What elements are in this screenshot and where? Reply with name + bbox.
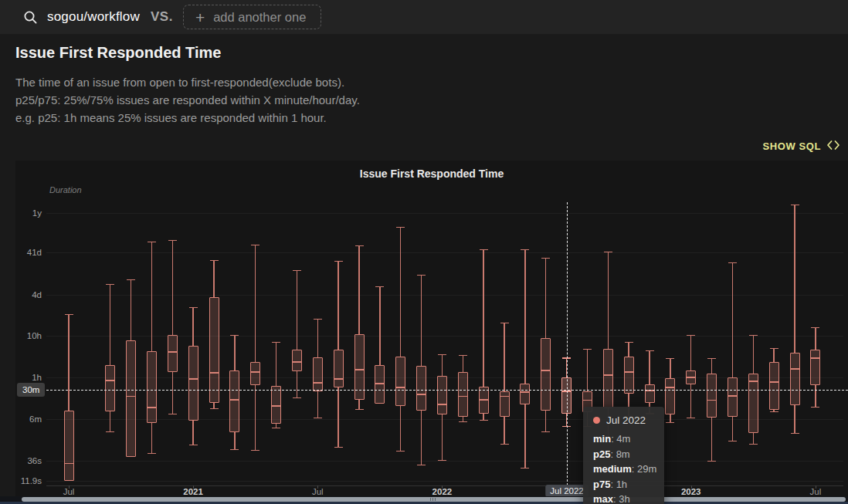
whisker-cap [148,453,156,454]
whisker [400,406,401,452]
whisker [255,385,256,451]
boxplot[interactable] [458,372,468,417]
median-line [126,396,136,397]
y-axis-tick-label: 4d [2,290,42,299]
whisker [794,205,795,353]
whisker-cap [521,249,529,250]
whisker-cap [646,350,654,351]
boxplot[interactable] [292,350,302,371]
median-line [520,391,530,393]
boxplot[interactable] [188,346,198,421]
boxplot[interactable] [147,351,157,423]
whisker-cap [251,450,259,451]
whisker [192,307,193,346]
search-icon[interactable] [23,10,38,25]
median-line [790,368,800,370]
page: sogou/workflow VS. + add another one Iss… [0,0,848,504]
axis-pointer-vertical [567,202,568,485]
whisker-cap [749,335,758,336]
chart-title: Issue First Responded Time [15,167,848,180]
median-line [416,394,426,395]
median-line [458,396,468,397]
whisker-cap [583,349,592,350]
boxplot[interactable] [64,411,74,481]
whisker [670,358,670,378]
boxplot[interactable] [541,338,551,411]
boxplot[interactable] [665,378,675,414]
whisker-cap [210,260,219,261]
boxplot[interactable] [126,340,136,457]
axis-pointer-horizontal [46,390,848,391]
whisker [773,348,774,362]
whisker-cap [210,408,219,409]
gridline [46,481,843,482]
whisker [234,432,235,450]
boxplot[interactable] [437,376,447,414]
boxplot[interactable] [624,357,634,394]
whisker [192,421,193,445]
boxplot[interactable] [707,374,717,418]
whisker [649,350,650,384]
y-axis-tick-label: 11.9s [2,476,42,485]
whisker [255,245,256,362]
whisker [587,349,588,391]
repo-search-input[interactable]: sogou/workflow [47,9,140,25]
whisker-cap [687,335,695,336]
median-line [728,395,738,397]
boxplot[interactable] [520,384,530,404]
y-axis-tick-label: 36s [2,456,42,465]
boxplot[interactable] [728,377,738,417]
boxplot[interactable] [790,353,800,405]
whisker [131,279,131,340]
boxplot[interactable] [645,384,655,403]
whisker [815,385,816,408]
boxplot[interactable] [375,365,385,404]
whisker [524,249,525,384]
boxplot[interactable] [810,350,820,385]
gridline [46,213,843,214]
x-axis-tick-label: 2023 [664,487,718,496]
boxplot[interactable] [313,357,323,391]
description-line: e.g. p25: 1h means 25% issues are respon… [15,109,360,127]
boxplot[interactable] [168,335,178,372]
show-sql-button[interactable]: SHOW SQL [762,140,840,152]
gridline [46,295,843,296]
whisker-cap [811,407,819,408]
boxplot[interactable] [769,362,779,410]
whisker-cap [293,397,301,398]
whisker-cap [480,420,488,421]
median-line [168,351,178,353]
whisker [400,227,401,357]
whisker [172,240,173,335]
whisker-cap [625,342,633,343]
boxplot[interactable] [416,366,426,411]
median-line [209,372,219,374]
boxplot[interactable] [748,374,758,433]
whisker [297,371,297,398]
whisker [711,358,712,374]
boxplot[interactable] [105,365,115,411]
median-line [271,405,281,407]
whisker-cap [500,444,509,445]
whisker [297,270,297,350]
median-line [188,378,198,380]
whisker [379,286,380,365]
whisker-cap [189,445,198,445]
whisker-cap [272,428,280,428]
whisker [68,314,69,411]
boxplot[interactable] [334,350,344,387]
median-line [64,463,74,465]
whisker [504,417,504,445]
boxplot[interactable] [395,357,405,406]
add-repo-button[interactable]: + add another one [183,5,321,29]
boxplot[interactable] [250,362,260,385]
boxplot[interactable] [603,349,613,408]
whisker [151,242,152,351]
whisker [110,284,110,365]
boxplot[interactable] [209,297,219,403]
boxplot[interactable] [229,370,239,432]
y-axis-pointer-label: 30m [17,383,45,397]
whisker [608,252,609,349]
whisker [317,391,318,418]
whisker-cap [168,414,177,414]
